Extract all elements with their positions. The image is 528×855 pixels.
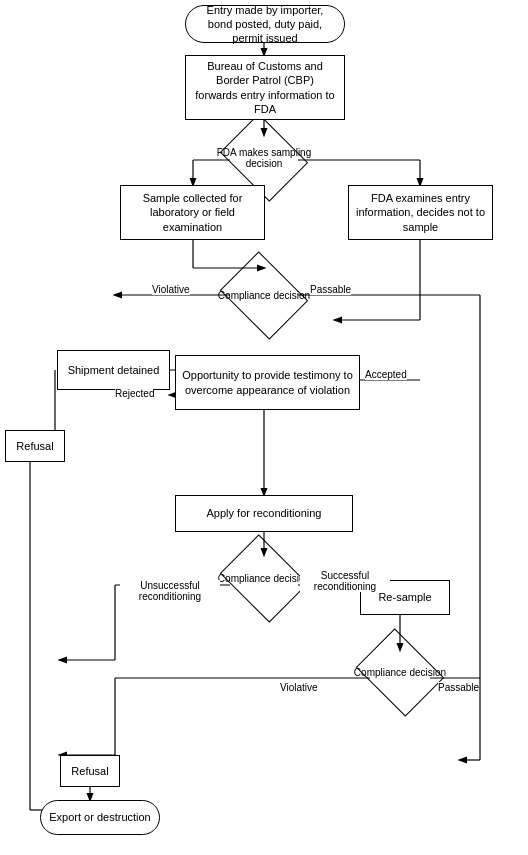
passable1-label: Passable [310,284,351,295]
testimony-node: Opportunity to provide testimony to over… [175,355,360,410]
successful-label: Successful reconditioning [300,570,390,592]
export-node: Export or destruction [40,800,160,835]
sampling-decision-label: FDA makes sampling decision [210,130,318,185]
cbp-node: Bureau of Customs and Border Patrol (CBP… [185,55,345,120]
violative2-label: Violative [280,682,318,693]
unsuccessful-label: Unsuccessful reconditioning [120,580,220,602]
fda-examines-node: FDA examines entry information, decides … [348,185,493,240]
sample-collected-node: Sample collected for laboratory or field… [120,185,265,240]
apply-recon-node: Apply for reconditioning [175,495,353,532]
flowchart: Entry made by importer, bond posted, dut… [0,0,528,855]
refusal1-node: Refusal [5,430,65,462]
passable2-label: Passable [438,682,479,693]
accepted-label: Accepted [365,369,407,380]
compliance1-label: Compliance decision [210,268,318,323]
entry-node: Entry made by importer, bond posted, dut… [185,5,345,43]
shipment-detained-node: Shipment detained [57,350,170,390]
rejected-label: Rejected [115,388,154,399]
refusal2-node: Refusal [60,755,120,787]
violative1-label: Violative [152,284,190,295]
